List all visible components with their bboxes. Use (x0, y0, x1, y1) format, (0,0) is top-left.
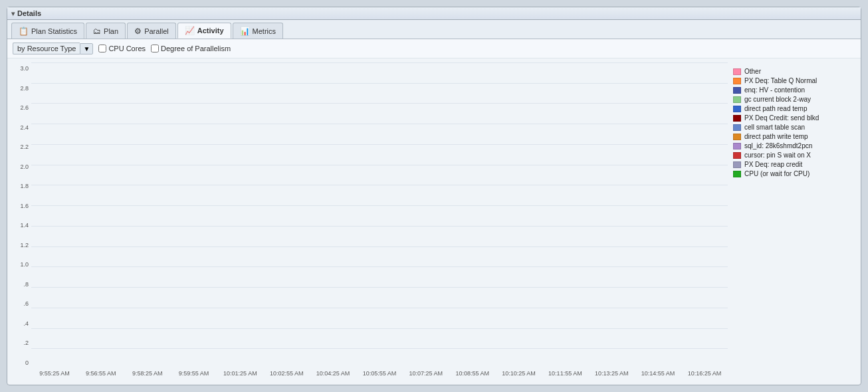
tab-parallel[interactable]: ⚙Parallel (127, 23, 176, 39)
y-label: 2.2 (20, 144, 29, 150)
y-label: .4 (23, 320, 29, 327)
y-label: 1.2 (20, 242, 29, 248)
y-label: 2.8 (20, 85, 29, 92)
y-label: 2.0 (20, 163, 29, 170)
degree-parallelism-checkbox[interactable] (151, 45, 159, 52)
y-label: .8 (23, 281, 29, 288)
legend-color-swatch (733, 152, 741, 159)
legend-label: PX Deq Credit: send blkd (744, 114, 819, 122)
plan-icon: 🗂 (93, 27, 101, 36)
parallel-icon: ⚙ (134, 27, 142, 36)
x-label: 10:16:25 AM (681, 370, 728, 377)
x-axis: 9:55:25 AM9:56:55 AM9:58:25 AM9:59:55 AM… (31, 369, 728, 385)
legend-color-swatch (733, 78, 741, 84)
legend-item: gc current block 2-way (733, 96, 855, 103)
y-label: .2 (23, 340, 29, 346)
dropdown-arrow-icon[interactable]: ▼ (80, 43, 93, 54)
metrics-icon: 📊 (240, 27, 250, 36)
toolbar: by Resource Type ▼ CPU Cores Degree of P… (7, 39, 861, 58)
collapse-icon[interactable]: ▾ (11, 10, 15, 17)
legend-color-swatch (733, 171, 741, 177)
legend-item: PX Deq: Table Q Normal (733, 77, 855, 84)
y-label: 3.0 (20, 65, 29, 72)
legend-label: cell smart table scan (744, 124, 805, 131)
y-axis: 3.02.82.62.42.22.01.81.61.41.21.0.8.6.4.… (7, 62, 31, 385)
legend-item: PX Deq: reap credit (733, 161, 855, 168)
legend-item: cell smart table scan (733, 124, 855, 131)
legend-color-swatch (733, 106, 741, 112)
x-label: 10:08:55 AM (449, 370, 496, 377)
tab-activity[interactable]: 📈Activity (177, 23, 231, 39)
chart-main: 9:55:25 AM9:56:55 AM9:58:25 AM9:59:55 AM… (31, 62, 728, 385)
y-label: 1.0 (20, 261, 29, 268)
x-label: 10:04:25 AM (310, 370, 356, 377)
cpu-cores-checkbox[interactable] (98, 45, 106, 52)
legend-color-swatch (733, 68, 741, 75)
y-label: .6 (23, 300, 29, 307)
y-label: 1.6 (20, 203, 29, 209)
legend-label: sql_id: 28k6shmdt2pcn (744, 142, 812, 149)
legend-item: enq: HV - contention (733, 86, 855, 94)
panel-title: Details (17, 9, 41, 17)
legend-item: CPU (or wait for CPU) (733, 170, 855, 177)
x-label: 10:13:25 AM (588, 370, 635, 377)
plan-statistics-icon: 📋 (19, 27, 29, 36)
plan-statistics-label: Plan Statistics (31, 27, 77, 35)
legend-label: cursor: pin S wait on X (744, 151, 811, 159)
legend-label: PX Deq: Table Q Normal (744, 77, 817, 84)
legend-item: Other (733, 68, 855, 75)
legend-item: PX Deq Credit: send blkd (733, 114, 855, 122)
x-label: 10:11:55 AM (542, 370, 588, 377)
legend-label: Other (744, 68, 761, 75)
x-label: 10:05:55 AM (356, 370, 403, 377)
details-panel: ▾ Details 📋Plan Statistics🗂Plan⚙Parallel… (7, 7, 861, 385)
x-label: 10:14:55 AM (635, 370, 681, 377)
x-label: 9:59:55 AM (171, 370, 217, 377)
legend-label: gc current block 2-way (744, 96, 811, 103)
legend-item: sql_id: 28k6shmdt2pcn (733, 142, 855, 149)
legend-label: enq: HV - contention (744, 86, 805, 94)
cpu-cores-checkbox-item: CPU Cores (98, 45, 146, 52)
legend-color-swatch (733, 115, 741, 122)
chart-area: 3.02.82.62.42.22.01.81.61.41.21.0.8.6.4.… (7, 58, 861, 385)
dropdown-label: by Resource Type (13, 43, 80, 54)
parallel-label: Parallel (144, 27, 169, 35)
x-label: 9:56:55 AM (78, 370, 124, 377)
legend-item: cursor: pin S wait on X (733, 151, 855, 159)
x-label: 9:55:25 AM (31, 370, 78, 377)
activity-icon: 📈 (185, 26, 195, 35)
x-label: 10:02:55 AM (263, 370, 310, 377)
legend-label: CPU (or wait for CPU) (744, 170, 810, 177)
plan-label: Plan (104, 27, 118, 35)
x-label: 10:10:25 AM (496, 370, 542, 377)
bars-container (31, 62, 728, 369)
tab-metrics[interactable]: 📊Metrics (233, 23, 283, 39)
chart-plot (31, 62, 728, 369)
x-label: 10:07:25 AM (403, 370, 449, 377)
tab-plan-statistics[interactable]: 📋Plan Statistics (11, 23, 84, 39)
legend-color-swatch (733, 143, 741, 149)
legend-item: direct path read temp (733, 105, 855, 112)
tab-plan[interactable]: 🗂Plan (86, 23, 126, 39)
tabs-row: 📋Plan Statistics🗂Plan⚙Parallel📈Activity📊… (7, 20, 861, 39)
y-label: 1.8 (20, 183, 29, 189)
degree-parallelism-label: Degree of Parallelism (161, 45, 231, 52)
legend-color-swatch (733, 96, 741, 103)
degree-parallelism-checkbox-item: Degree of Parallelism (151, 45, 231, 52)
legend-color-swatch (733, 134, 741, 140)
x-label: 10:01:25 AM (217, 370, 263, 377)
y-label: 2.6 (20, 104, 29, 111)
legend-label: direct path read temp (744, 105, 808, 112)
panel-header: ▾ Details (7, 7, 861, 20)
legend-item: direct path write temp (733, 133, 855, 140)
legend-color-swatch (733, 124, 741, 131)
metrics-label: Metrics (253, 27, 276, 35)
y-label: 1.4 (20, 222, 29, 229)
resource-type-dropdown[interactable]: by Resource Type ▼ (13, 43, 93, 54)
activity-label: Activity (197, 27, 224, 35)
legend-color-swatch (733, 161, 741, 168)
y-label: 0 (25, 359, 29, 366)
y-label: 2.4 (20, 124, 29, 131)
legend-area: OtherPX Deq: Table Q Normalenq: HV - con… (728, 62, 861, 385)
x-label: 9:58:25 AM (124, 370, 171, 377)
